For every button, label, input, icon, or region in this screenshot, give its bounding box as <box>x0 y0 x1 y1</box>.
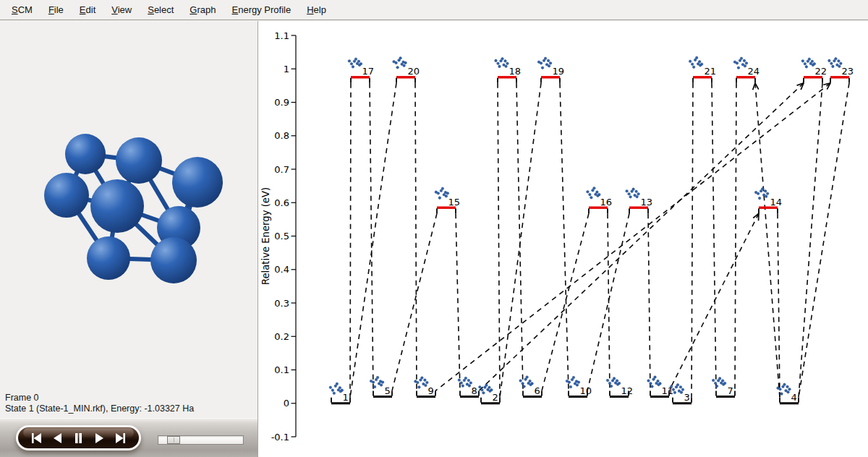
icon-atom-dot <box>357 60 360 63</box>
atom-sphere-8[interactable] <box>90 179 144 233</box>
connection-15-8 <box>456 213 460 390</box>
menu-graph[interactable]: Graph <box>182 0 224 20</box>
state-2-marker[interactable]: 2 <box>479 384 500 403</box>
icon-atom-dot <box>676 383 679 386</box>
icon-atom-dot <box>358 64 361 67</box>
icon-atom-dot <box>838 60 841 63</box>
menu-select[interactable]: Select <box>140 0 182 20</box>
atom-sphere-7[interactable] <box>150 237 197 283</box>
state-molecule-icon <box>689 56 703 69</box>
menu-energy-profile[interactable]: Energy Profile <box>224 0 299 20</box>
state-molecule-icon <box>754 187 769 200</box>
y-tick-label: 0.2 <box>274 331 289 342</box>
icon-atom-dot <box>654 376 657 379</box>
atom-sphere-4[interactable] <box>44 173 89 218</box>
connection-23-4 <box>799 83 849 398</box>
state-14-marker[interactable]: 14 <box>754 187 782 213</box>
atom-sphere-3[interactable] <box>172 157 223 208</box>
frame-slider[interactable] <box>158 435 244 445</box>
state-12-marker[interactable]: 12 <box>606 377 633 397</box>
icon-atom-dot <box>691 63 694 66</box>
state-19-marker[interactable]: 19 <box>537 57 564 83</box>
skip-to-start-button[interactable] <box>30 433 42 443</box>
state-18-marker[interactable]: 18 <box>495 57 521 82</box>
icon-atom-dot <box>743 59 746 62</box>
state-15-marker[interactable]: 15 <box>435 187 460 213</box>
icon-atom-dot <box>610 385 613 388</box>
icon-atom-dot <box>780 393 783 396</box>
energy-profile-chart[interactable]: 1.110.90.80.70.60.50.40.30.20.10-0.1Rela… <box>258 21 868 457</box>
menu-help[interactable]: Help <box>299 0 334 20</box>
icon-atom-dot <box>835 57 838 60</box>
state-11-marker[interactable]: 11 <box>647 376 673 397</box>
state-molecule-icon <box>626 188 640 198</box>
state-label: 9 <box>428 385 434 396</box>
icon-atom-dot <box>692 66 695 69</box>
state-22-marker[interactable]: 22 <box>801 58 827 83</box>
y-axis-title: Relative Energy (eV) <box>260 187 271 285</box>
menu-scm[interactable]: SCM <box>4 0 41 20</box>
icon-atom-dot <box>333 392 336 395</box>
step-back-button[interactable] <box>51 433 64 443</box>
atom-sphere-2[interactable] <box>116 137 162 184</box>
icon-atom-dot <box>722 383 725 386</box>
connection-17-1 <box>350 83 351 398</box>
y-tick-label: 0 <box>284 398 289 409</box>
molecule-viewer-panel: Frame 0 State 1 (State-1_MIN.rkf), Energ… <box>0 21 258 457</box>
icon-atom-dot <box>469 382 472 385</box>
icon-atom-dot <box>754 191 757 194</box>
icon-atom-dot <box>426 381 429 384</box>
icon-atom-dot <box>425 384 427 387</box>
frame-slider-handle[interactable] <box>167 436 180 444</box>
state-21-marker[interactable]: 21 <box>689 56 716 83</box>
icon-atom-dot <box>403 64 406 67</box>
skip-to-end-button[interactable] <box>115 433 127 443</box>
atom-sphere-6[interactable] <box>87 236 130 280</box>
state-17-marker[interactable]: 17 <box>348 58 374 83</box>
state-20-marker[interactable]: 20 <box>393 57 420 83</box>
atom-sphere-1[interactable] <box>65 134 106 174</box>
state-10-marker[interactable]: 10 <box>566 376 592 396</box>
menu-file[interactable]: File <box>41 0 72 20</box>
icon-atom-dot <box>830 62 833 65</box>
state-9-marker[interactable]: 9 <box>414 377 435 397</box>
state-8-marker[interactable]: 8 <box>458 377 479 396</box>
state-16-marker[interactable]: 16 <box>587 187 612 213</box>
state-24-marker[interactable]: 24 <box>733 57 760 83</box>
connection-21-7 <box>712 83 716 391</box>
icon-atom-dot <box>721 380 724 383</box>
menu-view[interactable]: View <box>103 0 140 20</box>
icon-atom-dot <box>498 65 501 68</box>
icon-atom-dot <box>482 392 485 395</box>
state-13-marker[interactable]: 13 <box>626 188 652 213</box>
icon-atom-dot <box>714 382 717 385</box>
application-window: SCMFileEditViewSelectGraphEnergy Profile… <box>0 0 868 457</box>
state-7-marker[interactable]: 7 <box>712 377 735 397</box>
icon-atom-dot <box>629 195 632 198</box>
y-tick-label: 0.4 <box>274 264 289 275</box>
icon-atom-dot <box>744 64 746 67</box>
icon-atom-dot <box>597 195 600 197</box>
icon-atom-dot <box>733 61 736 64</box>
state-label: 8 <box>472 385 477 396</box>
icon-atom-dot <box>783 383 786 386</box>
icon-atom-dot <box>460 382 463 385</box>
pause-button[interactable] <box>72 433 85 443</box>
state-23-marker[interactable]: 23 <box>828 57 854 82</box>
icon-atom-dot <box>680 391 683 394</box>
play-button[interactable] <box>93 433 106 443</box>
connection-24-4 <box>755 83 780 398</box>
connection-14-4 <box>778 213 780 398</box>
molecule-3d-view[interactable] <box>0 21 258 418</box>
state-molecule-icon <box>495 57 509 67</box>
skip-to-end-icon <box>115 433 127 443</box>
state-label: 15 <box>448 197 461 208</box>
icon-atom-dot <box>438 197 441 200</box>
state-1-marker[interactable]: 1 <box>329 383 350 403</box>
playback-control-strip <box>0 418 258 457</box>
menu-edit[interactable]: Edit <box>72 0 103 20</box>
icon-atom-dot <box>488 386 491 389</box>
state-label: 22 <box>815 66 827 77</box>
connection-16-6 <box>542 213 589 390</box>
icon-atom-dot <box>424 379 427 382</box>
